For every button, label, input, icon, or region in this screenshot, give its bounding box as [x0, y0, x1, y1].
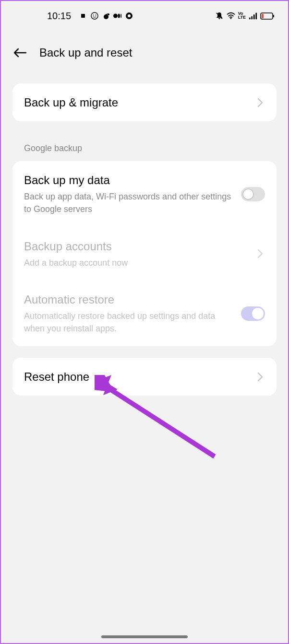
backup-migrate-item[interactable]: Back up & migrate [12, 83, 277, 121]
backup-accounts-title: Backup accounts [24, 239, 248, 254]
svg-point-3 [96, 15, 96, 16]
battery-low-icon [260, 12, 275, 20]
svg-point-2 [93, 15, 94, 16]
svg-rect-19 [262, 14, 264, 18]
medium-icon [113, 12, 122, 20]
backup-my-data-item[interactable]: Back up my data Back up app data, Wi-Fi … [12, 161, 277, 227]
toggle-thumb [242, 188, 254, 200]
automatic-restore-item[interactable]: Automatic restore Automatically restore … [12, 281, 277, 346]
backup-migrate-card: Back up & migrate [12, 83, 277, 121]
charge-icon [79, 12, 87, 20]
svg-rect-13 [249, 18, 251, 20]
backup-my-data-toggle[interactable] [241, 187, 265, 201]
backup-accounts-subtitle: Add a backup account now [24, 257, 248, 269]
reset-phone-title: Reset phone [24, 369, 248, 384]
backup-my-data-title: Back up my data [24, 173, 233, 187]
svg-point-4 [104, 14, 108, 19]
face-icon [90, 12, 99, 20]
toggle-thumb [252, 308, 264, 319]
page-title: Back up and reset [39, 46, 132, 59]
backup-migrate-content: Back up & migrate [24, 95, 255, 110]
reset-phone-item[interactable]: Reset phone [12, 358, 277, 396]
status-right: VoLTE [215, 12, 275, 20]
chevron-right-icon [255, 249, 265, 258]
google-backup-card: Back up my data Back up app data, Wi-Fi … [12, 161, 277, 346]
reddit-icon [102, 12, 110, 20]
google-backup-label: Google backup [12, 133, 277, 161]
svg-rect-14 [251, 16, 253, 19]
volte-icon: VoLTE [238, 12, 246, 20]
bell-muted-icon [215, 12, 224, 20]
backup-my-data-subtitle: Back up app data, Wi-Fi passwords and ot… [24, 190, 233, 215]
backup-my-data-content: Back up my data Back up app data, Wi-Fi … [24, 173, 241, 215]
backup-migrate-title: Back up & migrate [24, 95, 248, 110]
svg-rect-15 [253, 14, 255, 19]
status-left: 10:15 [14, 11, 133, 22]
svg-line-20 [107, 387, 215, 457]
header: Back up and reset [1, 28, 288, 83]
svg-point-7 [118, 14, 120, 18]
automatic-restore-subtitle: Automatically restore backed up settings… [24, 310, 233, 335]
svg-rect-0 [81, 14, 85, 18]
status-time: 10:15 [47, 11, 71, 22]
svg-point-8 [120, 14, 121, 18]
signal-icon [249, 12, 257, 20]
automatic-restore-content: Automatic restore Automatically restore … [24, 292, 241, 335]
content: Back up & migrate Google backup Back up … [1, 83, 288, 396]
automatic-restore-toggle[interactable] [241, 306, 265, 321]
status-icons-left [79, 12, 133, 20]
back-button[interactable] [12, 45, 28, 60]
svg-point-6 [113, 14, 118, 18]
backup-accounts-content: Backup accounts Add a backup account now [24, 239, 255, 269]
svg-point-12 [230, 18, 231, 19]
reset-phone-content: Reset phone [24, 369, 255, 384]
circle-icon [125, 12, 133, 20]
svg-rect-18 [273, 15, 274, 17]
svg-point-1 [91, 12, 98, 19]
wifi-icon [227, 12, 235, 20]
svg-rect-16 [255, 13, 257, 20]
reset-phone-card: Reset phone [12, 358, 277, 396]
status-bar: 10:15 VoLTE [1, 1, 288, 28]
automatic-restore-title: Automatic restore [24, 292, 233, 307]
svg-point-10 [128, 14, 131, 17]
chevron-right-icon [255, 372, 265, 382]
backup-accounts-item[interactable]: Backup accounts Add a backup account now [12, 227, 277, 281]
chevron-right-icon [255, 98, 265, 107]
home-indicator[interactable] [101, 635, 188, 638]
